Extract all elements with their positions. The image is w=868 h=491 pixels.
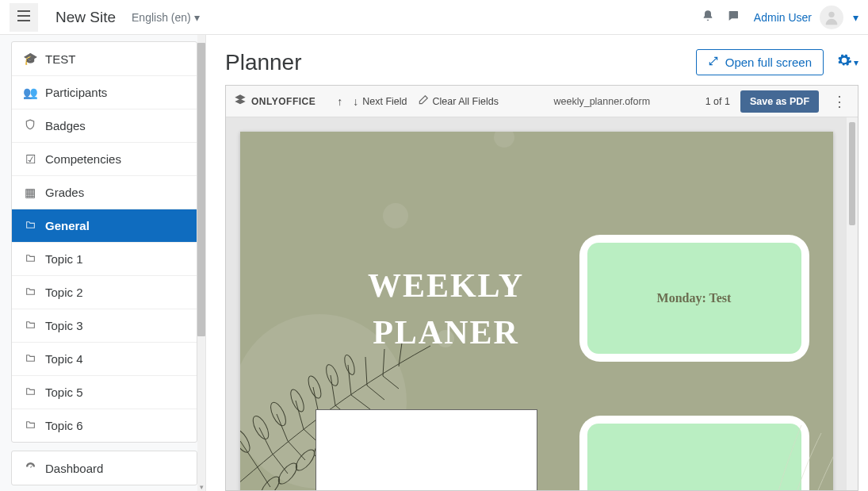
nav-item-badges[interactable]: Badges — [12, 109, 197, 142]
folder-icon — [23, 352, 37, 366]
graduation-icon: 🎓 — [23, 52, 37, 66]
document-scrollbar-thumb[interactable] — [849, 122, 855, 225]
user-menu-caret[interactable]: ▾ — [853, 11, 858, 24]
nav-item-label: Grades — [45, 186, 84, 199]
grid-icon: ▦ — [23, 186, 37, 200]
hamburger-icon — [17, 10, 30, 25]
bell-icon[interactable] — [702, 10, 714, 25]
monday-field[interactable]: Monday: Test — [587, 243, 801, 354]
users-icon: 👥 — [23, 86, 37, 100]
document-scrollbar[interactable] — [847, 117, 858, 490]
caret-down-icon: ▾ — [854, 57, 858, 68]
more-menu-icon[interactable]: ⋮ — [829, 93, 850, 110]
next-field-button[interactable]: ↓ Next Field — [353, 95, 407, 108]
nav-item-dashboard[interactable]: Dashboard — [12, 451, 197, 485]
svg-point-0 — [828, 11, 834, 17]
document-filename: weekly_planner.oform — [553, 96, 650, 107]
chat-icon[interactable] — [727, 10, 740, 25]
user-name-link[interactable]: Admin User — [754, 11, 812, 24]
main-content: Planner Open full screen ▾ — [206, 35, 868, 491]
arrow-down-icon: ↓ — [353, 95, 358, 108]
sidebar: 🎓 TEST 👥 Participants Badges ☑ Competenc… — [0, 35, 206, 491]
nav-item-topic-1[interactable]: Topic 1 — [12, 242, 197, 275]
prev-field-button[interactable]: ↑ — [337, 95, 342, 108]
folder-icon — [23, 419, 37, 432]
decorative-circle — [383, 203, 408, 228]
nav-item-label: Topic 1 — [45, 252, 83, 266]
clear-all-fields-button[interactable]: Clear All Fields — [418, 94, 499, 108]
language-dropdown[interactable]: English (en) ▾ — [132, 11, 200, 24]
nav-item-participants[interactable]: 👥 Participants — [12, 75, 197, 109]
shield-icon — [23, 118, 37, 133]
nav-item-competencies[interactable]: ☑ Competencies — [12, 142, 197, 175]
nav-item-label: TEST — [45, 52, 75, 66]
nav-item-label: Topic 5 — [45, 386, 83, 399]
settings-dropdown[interactable]: ▾ — [836, 52, 858, 73]
document-viewport[interactable]: WEEKLY PLANER Monday: Test Tuesday: Essa… — [226, 117, 847, 490]
folder-icon — [23, 319, 37, 332]
clear-all-label: Clear All Fields — [433, 96, 499, 107]
check-square-icon: ☑ — [23, 152, 37, 167]
onlyoffice-logo: ONLYOFFICE — [234, 94, 315, 109]
nav-item-label: Badges — [45, 119, 86, 132]
sidebar-scrollbar-thumb[interactable] — [197, 43, 205, 336]
nav-item-topic-5[interactable]: Topic 5 — [12, 375, 197, 409]
nav-item-label: Participants — [45, 86, 107, 99]
heading-line-1: WEEKLY — [368, 267, 524, 304]
page-count: 1 of 1 — [705, 96, 730, 107]
tuesday-field[interactable]: Tuesday: Essay — [315, 409, 537, 490]
site-nav: Dashboard — [11, 451, 197, 485]
editor-toolbar: ONLYOFFICE ↑ ↓ Next Field Clear All Fiel… — [226, 86, 858, 117]
gear-icon — [836, 52, 852, 73]
monday-card[interactable]: Monday: Test — [579, 235, 809, 362]
decorative-circle — [494, 132, 514, 148]
expand-icon — [708, 56, 719, 69]
nav-item-general[interactable]: General — [12, 209, 197, 242]
nav-item-topic-2[interactable]: Topic 2 — [12, 275, 197, 309]
monday-label: Monday: Test — [657, 291, 732, 305]
document-heading: WEEKLY PLANER — [315, 263, 577, 356]
folder-icon — [23, 252, 37, 266]
nav-item-label: Dashboard — [45, 462, 103, 475]
nav-item-label: Topic 4 — [45, 352, 83, 366]
document-editor: ONLYOFFICE ↑ ↓ Next Field Clear All Fiel… — [225, 85, 858, 491]
tuesday-card[interactable]: Tuesday: Essay — [315, 409, 537, 490]
save-pdf-button[interactable]: Save as PDF — [740, 90, 819, 113]
folder-icon — [23, 386, 37, 399]
nav-item-topic-3[interactable]: Topic 3 — [12, 309, 197, 342]
heading-line-2: PLANER — [373, 314, 519, 351]
hamburger-button[interactable] — [10, 3, 38, 32]
site-name[interactable]: New Site — [55, 9, 116, 26]
language-label: English (en) — [132, 11, 191, 24]
stack-icon — [234, 94, 247, 109]
folder-icon — [23, 286, 37, 299]
open-fullscreen-label: Open full screen — [725, 56, 812, 69]
page-title: Planner — [225, 50, 696, 75]
nav-item-label: Competencies — [45, 152, 121, 166]
avatar[interactable] — [820, 6, 843, 29]
nav-item-topic-4[interactable]: Topic 4 — [12, 342, 197, 375]
wednesday-field[interactable] — [587, 424, 801, 490]
nav-item-label: Topic 3 — [45, 319, 83, 332]
next-field-label: Next Field — [362, 96, 407, 107]
sidebar-scrollbar[interactable]: ▾ — [197, 35, 205, 491]
wednesday-card[interactable] — [579, 416, 809, 490]
folder-icon — [23, 219, 37, 232]
nav-item-label: General — [45, 219, 90, 232]
nav-item-test[interactable]: 🎓 TEST — [12, 42, 197, 75]
nav-item-topic-6[interactable]: Topic 6 — [12, 409, 197, 442]
eraser-icon — [418, 94, 429, 108]
document-page: WEEKLY PLANER Monday: Test Tuesday: Essa… — [240, 132, 833, 490]
app-header: New Site English (en) ▾ Admin User ▾ — [0, 0, 868, 35]
nav-item-label: Topic 2 — [45, 286, 83, 299]
onlyoffice-label: ONLYOFFICE — [251, 96, 315, 107]
course-nav: 🎓 TEST 👥 Participants Badges ☑ Competenc… — [11, 41, 197, 443]
caret-down-icon: ▾ — [194, 11, 200, 24]
arrow-up-icon: ↑ — [337, 95, 342, 108]
dashboard-icon — [23, 461, 37, 475]
open-fullscreen-button[interactable]: Open full screen — [696, 49, 824, 75]
nav-item-label: Topic 6 — [45, 419, 83, 432]
scrollbar-down-icon[interactable]: ▾ — [197, 483, 205, 491]
nav-item-grades[interactable]: ▦ Grades — [12, 175, 197, 209]
